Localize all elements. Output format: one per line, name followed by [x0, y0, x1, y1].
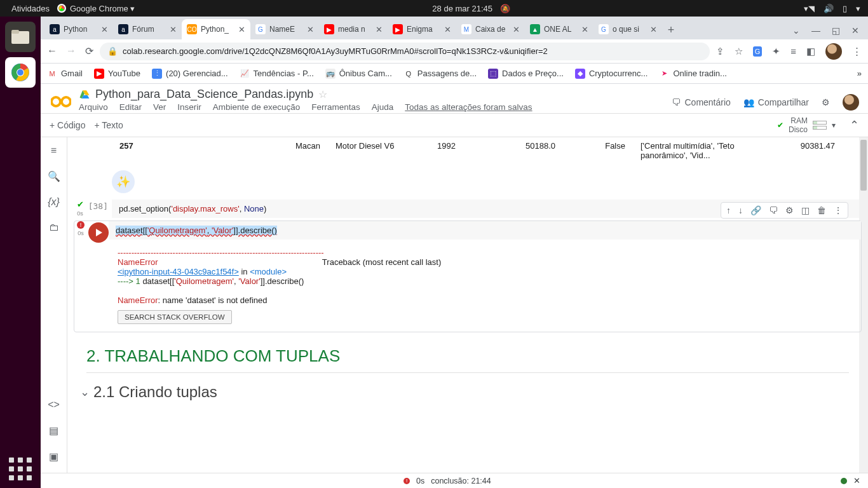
tab-close-icon[interactable]: ✕ [238, 25, 245, 34]
menu-item[interactable]: Arquivo [79, 102, 108, 112]
bookmark-item[interactable]: ⬚Dados e Preço... [488, 69, 564, 79]
tab-close-icon[interactable]: ✕ [513, 25, 520, 34]
move-up-icon[interactable]: ↑ [724, 204, 733, 217]
activities-button[interactable]: Atividades [8, 4, 53, 13]
bookmark-item[interactable]: ◆Cryptocurrenc... [575, 69, 648, 79]
browser-tab[interactable]: ▶Enigma✕ [388, 19, 456, 39]
bookmark-item[interactable]: ⋮(20) Gerenciad... [152, 69, 228, 79]
menu-item[interactable]: Ver [153, 102, 166, 112]
reload-button[interactable]: ⟳ [85, 45, 93, 57]
status-close-icon[interactable]: ✕ [853, 476, 860, 485]
collapse-panel-icon[interactable]: ⌃ [850, 118, 859, 132]
link-cell-icon[interactable]: 🔗 [748, 204, 764, 217]
browser-tab[interactable]: MCaixa de✕ [456, 19, 525, 39]
share-button[interactable]: 👥Compartilhar [743, 97, 809, 107]
menu-item[interactable]: Inserir [177, 102, 201, 112]
new-tab-button[interactable]: + [662, 24, 680, 39]
chrome-menu-icon[interactable]: ⋮ [852, 46, 862, 57]
volume-icon: 🔊 [824, 4, 834, 13]
subsection-heading-row[interactable]: ⌄2.1 Criando tuplas [80, 383, 868, 401]
delete-cell-icon[interactable]: 🗑 [815, 204, 829, 217]
browser-tab[interactable]: Go que si✕ [593, 19, 662, 39]
terminal-icon[interactable]: ▣ [49, 451, 58, 463]
add-text-button[interactable]: + Texto [94, 120, 123, 130]
toc-icon[interactable]: ≡ [51, 145, 57, 156]
code-snippets-icon[interactable]: <> [48, 399, 60, 410]
menu-item[interactable]: Editar [119, 102, 142, 112]
browser-tab[interactable]: GNameE✕ [250, 19, 319, 39]
tab-close-icon[interactable]: ✕ [101, 25, 108, 34]
resource-bars[interactable] [813, 121, 827, 130]
files-icon[interactable]: 🗀 [49, 222, 59, 233]
resource-dropdown-icon[interactable]: ▾ [832, 121, 836, 130]
bookmark-label: Passagens de... [417, 69, 477, 78]
bookmark-item[interactable]: ▶YouTube [94, 69, 140, 79]
bookmark-item[interactable]: 🚌Ônibus Cam... [325, 69, 392, 79]
browser-tab[interactable]: aFórum✕ [113, 19, 182, 39]
show-apps-icon[interactable] [9, 458, 32, 480]
search-icon[interactable]: 🔍 [48, 170, 60, 182]
run-cell-button[interactable] [88, 222, 109, 243]
reading-list-icon[interactable]: ≡ [790, 46, 796, 57]
settings-gear-icon[interactable]: ⚙ [822, 97, 830, 107]
bookmarks-overflow-icon[interactable]: » [857, 69, 862, 78]
back-button[interactable]: ← [47, 45, 57, 57]
variables-icon[interactable]: {x} [48, 196, 60, 208]
side-panel-icon[interactable]: ◧ [806, 46, 815, 57]
tab-close-icon[interactable]: ✕ [444, 25, 451, 34]
comment-button[interactable]: 🗨Comentário [672, 97, 730, 107]
window-close-button[interactable]: ✕ [851, 25, 859, 36]
extensions-icon[interactable]: ✦ [772, 46, 780, 57]
bookmark-item[interactable]: QPassagens de... [403, 69, 477, 79]
tab-list-button[interactable]: ⌄ [792, 25, 800, 36]
magic-wand-button[interactable]: ✨ [112, 170, 135, 193]
bookmark-item[interactable]: ➤Online tradin... [659, 69, 727, 79]
menu-item[interactable]: Ferramentas [311, 102, 360, 112]
bookmark-item[interactable]: 📈Tendências - P... [240, 69, 314, 79]
window-minimize-button[interactable]: — [811, 25, 820, 36]
tab-close-icon[interactable]: ✕ [581, 25, 588, 34]
cell-menu-icon[interactable]: ⋮ [831, 204, 845, 217]
command-palette-icon[interactable]: ▤ [49, 424, 58, 437]
code-editor[interactable]: dataset[['Quilometragem', 'Valor']].desc… [109, 221, 861, 240]
browser-tab[interactable]: ▶media n✕ [319, 19, 388, 39]
tab-title: Fórum [132, 25, 166, 34]
colab-logo-icon[interactable] [50, 90, 72, 113]
url-text: colab.research.google.com/drive/1Q2dcQNZ… [123, 46, 548, 56]
menu-item[interactable]: Ajuda [372, 102, 394, 112]
share-icon[interactable]: ⇪ [716, 46, 724, 57]
browser-tab[interactable]: aPython✕ [44, 19, 113, 39]
files-app-icon[interactable] [5, 22, 36, 52]
browser-tab[interactable]: COPython_✕ [182, 19, 250, 39]
comment-cell-icon[interactable]: 🗨 [766, 204, 780, 217]
mirror-cell-icon[interactable]: ◫ [799, 204, 812, 217]
notification-mute-icon[interactable]: 🔕 [496, 4, 514, 13]
star-document-icon[interactable]: ☆ [318, 88, 327, 100]
cell-settings-icon[interactable]: ⚙ [783, 204, 796, 217]
add-code-button[interactable]: + Código [50, 120, 85, 130]
menu-item[interactable]: Ambiente de execução [213, 102, 300, 112]
move-down-icon[interactable]: ↓ [736, 204, 745, 217]
address-bar[interactable]: 🔒 colab.research.google.com/drive/1Q2dcQ… [100, 43, 710, 60]
tab-close-icon[interactable]: ✕ [376, 25, 383, 34]
chrome-app-icon[interactable] [5, 57, 36, 88]
bookmark-favicon: 📈 [240, 69, 250, 79]
tab-close-icon[interactable]: ✕ [170, 25, 177, 34]
tab-close-icon[interactable]: ✕ [650, 25, 657, 34]
search-stackoverflow-button[interactable]: SEARCH STACK OVERFLOW [118, 310, 232, 324]
colab-avatar[interactable] [843, 94, 859, 111]
save-status[interactable]: Todas as alterações foram salvas [405, 102, 532, 112]
bookmark-item[interactable]: MGmail [47, 69, 83, 79]
translate-icon[interactable]: G [753, 46, 763, 57]
tab-close-icon[interactable]: ✕ [307, 25, 314, 34]
traceback-link[interactable]: <ipython-input-43-043c9ac1f54f> [118, 267, 239, 276]
profile-avatar[interactable] [825, 43, 842, 60]
browser-tab[interactable]: ▲ONE AL✕ [525, 19, 593, 39]
bookmark-star-icon[interactable]: ☆ [735, 46, 743, 57]
drive-icon [79, 89, 90, 100]
window-restore-button[interactable]: ◱ [832, 25, 840, 36]
system-tray[interactable]: ▾◥ 🔊 ▯ ▾ [804, 4, 860, 13]
clock[interactable]: 28 de mar 21:45 [428, 4, 496, 13]
document-title[interactable]: Python_para_Data_Science_Pandas.ipynb [95, 88, 313, 101]
focused-app-menu[interactable]: Google Chrome ▾ [53, 4, 139, 13]
